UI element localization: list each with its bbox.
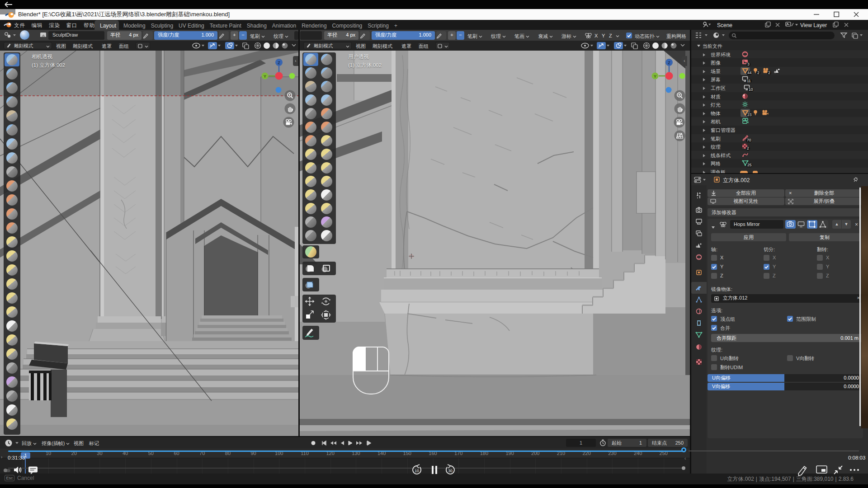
svg-text:Z: Z <box>668 61 670 65</box>
svg-text:10: 10 <box>415 469 419 473</box>
svg-text:30: 30 <box>448 469 453 473</box>
svg-text:Z: Z <box>278 61 280 65</box>
svg-text:Y: Y <box>654 74 656 79</box>
svg-text:Y: Y <box>264 74 266 79</box>
